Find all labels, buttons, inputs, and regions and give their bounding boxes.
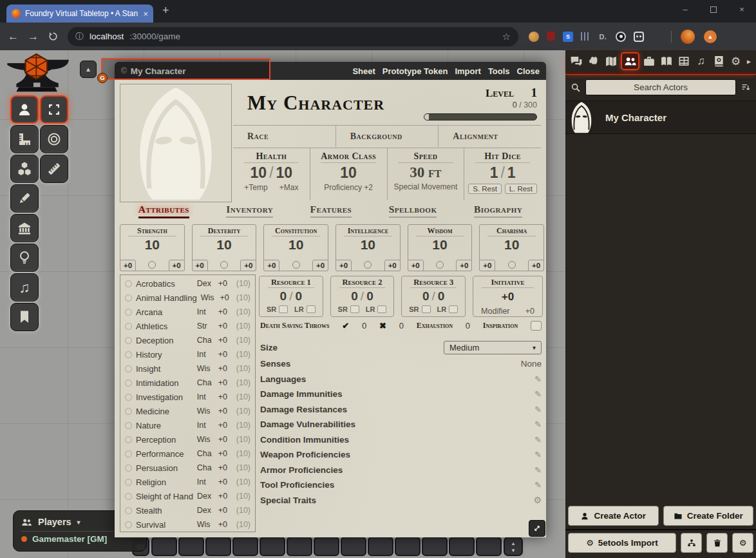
layer-measure-templates-button[interactable] [10, 125, 39, 153]
macro-slot[interactable] [341, 537, 366, 556]
resource-value[interactable]: 0 [351, 289, 358, 303]
skill-row[interactable]: Investigation Int +0 (10) [120, 390, 255, 404]
macro-slot[interactable] [368, 537, 393, 556]
resource-max[interactable]: 0 [295, 289, 302, 303]
layer-tiles-button[interactable] [10, 155, 39, 183]
health-stat[interactable]: Health 10/10 +Temp +Max [233, 148, 310, 200]
speed-stat[interactable]: Speed 30 ft Special Movement [387, 148, 464, 200]
back-button[interactable]: ← [8, 31, 19, 42]
macro-slot[interactable] [205, 537, 231, 556]
skill-row[interactable]: Deception Cha +0 (10) [120, 333, 255, 347]
skill-proficiency-toggle[interactable] [125, 365, 132, 372]
edit-icon[interactable]: ✎ [534, 450, 542, 459]
ability-score[interactable]: 10 [120, 237, 184, 253]
tool-select-button[interactable] [40, 95, 68, 124]
resource-value[interactable]: 0 [422, 289, 430, 303]
layer-lighting-button[interactable] [10, 244, 39, 272]
hp-tempmax-label[interactable]: +Max [279, 183, 299, 192]
ability-save[interactable]: +0 [384, 260, 401, 271]
tab-items[interactable] [642, 52, 657, 70]
browser-tab[interactable]: Foundry Virtual Tabletop • A Stan × [6, 5, 153, 23]
macro-slot[interactable] [232, 537, 258, 556]
maximize-button[interactable] [699, 0, 728, 21]
ability-save[interactable]: +0 [312, 260, 328, 271]
skill-proficiency-toggle[interactable] [125, 280, 132, 287]
actor-avatar[interactable] [567, 101, 596, 133]
skill-proficiency-toggle[interactable] [125, 521, 132, 528]
exhaustion-count[interactable]: 0 [466, 321, 470, 331]
macro-slot[interactable] [395, 537, 421, 556]
extension-icon[interactable] [581, 32, 590, 41]
settings-button[interactable]: ⚙ [732, 533, 753, 553]
skill-proficiency-toggle[interactable] [125, 507, 132, 514]
window-header-button[interactable]: ⚙ × Import [455, 66, 480, 76]
site-info-icon[interactable]: ⓘ [75, 31, 84, 43]
url-bar[interactable]: ⓘ localhost :30000/game ☆ [68, 27, 518, 46]
skill-row[interactable]: Medicine Wis +0 (10) [120, 404, 255, 418]
skill-proficiency-toggle[interactable] [125, 493, 132, 500]
tab-settings[interactable]: ⚙ [728, 52, 743, 70]
edit-icon[interactable]: ✎ [534, 405, 542, 414]
inspiration-checkbox[interactable] [531, 321, 542, 331]
extension-icon[interactable] [529, 32, 539, 42]
actor-name[interactable]: My Character [605, 112, 666, 123]
ability-score[interactable]: 10 [480, 237, 543, 253]
long-rest-checkbox[interactable] [449, 305, 458, 313]
detail-field[interactable]: Race [233, 126, 335, 147]
save-proficiency-toggle[interactable] [220, 261, 228, 269]
resource-block[interactable]: Resource 2 0/0 SR LR [330, 276, 395, 317]
ability-block[interactable]: Dexterity 10 +0 +0 [192, 224, 257, 271]
bookmark-star-icon[interactable]: ☆ [502, 31, 511, 43]
macro-slot[interactable] [314, 537, 339, 556]
long-rest-checkbox[interactable] [307, 305, 316, 313]
macro-slot[interactable] [449, 537, 475, 556]
extension-icon[interactable]: D. [598, 32, 608, 42]
create-actor-button[interactable]: Create Actor [568, 506, 659, 526]
skill-name[interactable]: Survival [136, 520, 193, 530]
resource-max[interactable]: 0 [438, 289, 445, 303]
edit-icon[interactable]: ✎ [534, 465, 542, 475]
ability-save[interactable]: +0 [240, 260, 256, 271]
skill-name[interactable]: Persuasion [136, 463, 193, 473]
skill-name[interactable]: Religion [136, 477, 193, 487]
speed-value[interactable]: 30 ft [388, 164, 464, 181]
gear-icon[interactable]: ⚙ [533, 495, 542, 505]
skill-name[interactable]: Sleight of Hand [136, 492, 193, 501]
folder-tree-button[interactable] [681, 533, 702, 553]
tab-journal[interactable] [659, 52, 674, 70]
tab-tables[interactable] [677, 52, 692, 70]
edit-icon[interactable]: ✎ [534, 480, 542, 490]
skill-proficiency-toggle[interactable] [125, 394, 132, 401]
macro-slot[interactable] [422, 537, 448, 556]
special-movement-label[interactable]: Special Movement [388, 182, 464, 191]
tab-close-icon[interactable]: × [143, 9, 148, 19]
tool-target-button[interactable] [40, 125, 68, 153]
macro-slot[interactable] [476, 537, 502, 556]
tab-compendium[interactable] [711, 52, 726, 70]
skill-proficiency-toggle[interactable] [125, 380, 132, 387]
resource-value[interactable]: 0 [280, 289, 287, 303]
sheet-tab[interactable]: Features [307, 204, 356, 218]
macro-slot[interactable] [151, 537, 177, 556]
edit-icon[interactable]: ✎ [534, 419, 542, 429]
layer-token-button[interactable] [10, 95, 39, 124]
ability-save[interactable]: +0 [456, 260, 472, 271]
skill-proficiency-toggle[interactable] [125, 323, 132, 330]
skill-name[interactable]: Intimidation [136, 378, 193, 388]
long-rest-checkbox[interactable] [377, 305, 386, 313]
xp-value[interactable]: 0 [513, 101, 517, 110]
skill-proficiency-toggle[interactable] [125, 408, 132, 415]
reload-button[interactable] [48, 31, 59, 42]
ability-block[interactable]: Wisdom 10 +0 +0 [408, 224, 473, 271]
browser-update-icon[interactable]: ▲ [704, 30, 717, 43]
tab-chat[interactable] [569, 52, 584, 70]
extension-icon[interactable]: S [563, 32, 573, 42]
skill-row[interactable]: Animal Handling Wis +0 (10) [120, 291, 255, 305]
hp-temp-label[interactable]: +Temp [244, 183, 267, 192]
extension-icon[interactable] [634, 32, 644, 42]
skill-row[interactable]: Religion Int +0 (10) [120, 475, 255, 489]
initiative-value[interactable]: +0 [473, 291, 542, 303]
detail-field[interactable]: Background [335, 126, 439, 147]
skill-name[interactable]: Arcana [136, 307, 193, 317]
tab-combat[interactable] [587, 52, 601, 70]
